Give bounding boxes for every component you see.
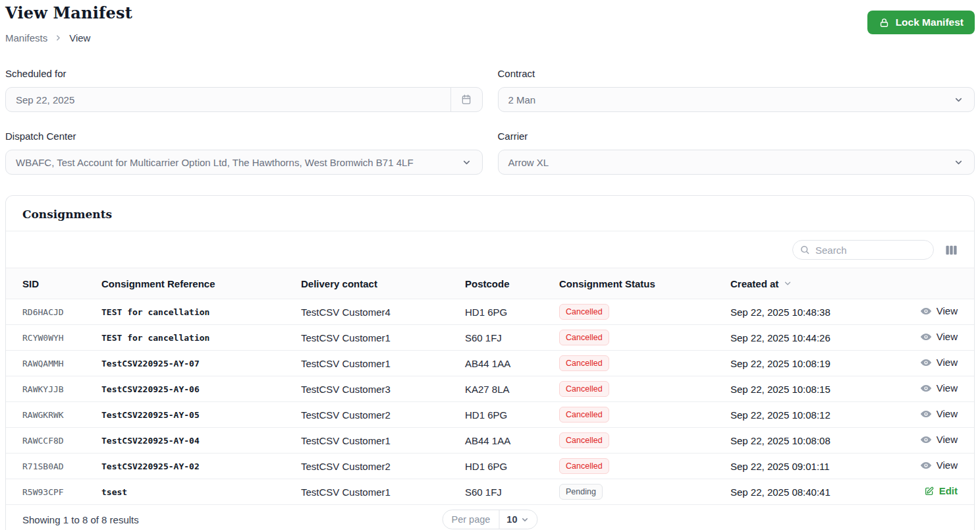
view-button[interactable]: View: [920, 408, 958, 420]
cell-consignment-reference: tsest: [101, 479, 301, 505]
edit-button[interactable]: Edit: [924, 485, 958, 496]
column-header-created-at[interactable]: Created at: [730, 268, 882, 299]
consignments-toolbar: [6, 231, 974, 268]
dispatch-center-label: Dispatch Center: [5, 131, 483, 142]
view-button[interactable]: View: [920, 305, 958, 317]
page-title: View Manifest: [5, 3, 132, 22]
columns-toggle-button[interactable]: [945, 244, 958, 256]
scheduled-for-label: Scheduled for: [5, 68, 483, 79]
table-header-row: SID Consignment Reference Delivery conta…: [6, 268, 974, 299]
eye-icon: [920, 434, 932, 446]
cell-postcode: HD1 6PG: [465, 402, 559, 428]
field-dispatch-center: Dispatch Center WBAFC, Test Account for …: [5, 131, 483, 175]
eye-icon: [920, 331, 932, 343]
table-row: RAWGKRWK TestCSV220925-AY-05 TestCSV Cus…: [6, 402, 974, 428]
table-row: RCYW0WYH TEST for cancellation TestCSV C…: [6, 325, 974, 351]
view-label: View: [937, 459, 958, 471]
column-header-actions: [882, 268, 974, 299]
eye-icon: [920, 305, 932, 317]
cell-postcode: AB44 1AA: [465, 351, 559, 376]
status-badge: Cancelled: [559, 458, 609, 474]
consignments-table: SID Consignment Reference Delivery conta…: [6, 268, 974, 505]
chevron-down-icon: [954, 158, 964, 167]
columns-icon: [945, 244, 958, 256]
cell-delivery-contact: TestCSV Customer4: [301, 299, 465, 325]
cell-actions: View: [882, 376, 974, 402]
status-badge: Pending: [559, 484, 603, 500]
field-carrier: Carrier Arrow XL: [498, 131, 975, 175]
cell-sid: R5W93CPF: [6, 479, 101, 505]
cell-postcode: S60 1FJ: [465, 479, 559, 505]
per-page-value: 10: [506, 514, 517, 525]
contract-label: Contract: [498, 68, 975, 79]
breadcrumb-item-manifests[interactable]: Manifests: [5, 32, 47, 44]
cell-created-at: Sep 22, 2025 10:48:38: [730, 299, 882, 325]
lock-manifest-button[interactable]: Lock Manifest: [867, 11, 975, 34]
cell-delivery-contact: TestCSV Customer1: [301, 351, 465, 376]
lock-manifest-label: Lock Manifest: [896, 16, 964, 28]
table-row: RAWKYJJB TestCSV220925-AY-06 TestCSV Cus…: [6, 376, 974, 402]
view-button[interactable]: View: [920, 434, 958, 446]
cell-consignment-status: Cancelled: [559, 299, 730, 325]
cell-actions: View: [882, 454, 974, 479]
cell-consignment-reference: TestCSV220925-AY-07: [101, 351, 301, 376]
cell-actions: View: [882, 299, 974, 325]
cell-actions: View: [882, 428, 974, 454]
cell-delivery-contact: TestCSV Customer3: [301, 376, 465, 402]
consignments-card-header: Consignments: [6, 196, 974, 231]
breadcrumb-item-view: View: [69, 32, 90, 44]
field-scheduled-for: Scheduled for Sep 22, 2025: [5, 68, 483, 112]
per-page-select[interactable]: 10: [499, 514, 537, 525]
cell-actions: Edit: [882, 479, 974, 505]
per-page-control[interactable]: Per page 10: [443, 510, 538, 529]
view-button[interactable]: View: [920, 357, 958, 368]
field-contract: Contract 2 Man: [498, 68, 975, 112]
eye-icon: [920, 357, 932, 368]
status-badge: Cancelled: [559, 381, 609, 397]
cell-postcode: AB44 1AA: [465, 428, 559, 454]
cell-actions: View: [882, 325, 974, 351]
calendar-button[interactable]: [450, 88, 482, 111]
table-row: R71SB0AD TestCSV220925-AY-02 TestCSV Cus…: [6, 454, 974, 479]
eye-icon: [920, 382, 932, 394]
search-input-wrapper[interactable]: [792, 240, 934, 260]
lock-icon: [879, 17, 890, 28]
cell-created-at: Sep 22, 2025 09:01:11: [730, 454, 882, 479]
consignments-title: Consignments: [22, 208, 958, 221]
cell-delivery-contact: TestCSV Customer2: [301, 402, 465, 428]
cell-sid: RAWCCF8D: [6, 428, 101, 454]
search-input[interactable]: [815, 245, 927, 256]
cell-created-at: Sep 22, 2025 10:08:19: [730, 351, 882, 376]
cell-sid: RAWKYJJB: [6, 376, 101, 402]
cell-created-at: Sep 22, 2025 10:08:08: [730, 428, 882, 454]
scheduled-for-input[interactable]: Sep 22, 2025: [5, 87, 483, 112]
eye-icon: [920, 408, 932, 420]
cell-consignment-reference: TestCSV220925-AY-05: [101, 402, 301, 428]
view-button[interactable]: View: [920, 382, 958, 394]
cell-delivery-contact: TestCSV Customer1: [301, 479, 465, 505]
cell-sid: RCYW0WYH: [6, 325, 101, 351]
view-button[interactable]: View: [920, 331, 958, 343]
carrier-select[interactable]: Arrow XL: [498, 150, 975, 175]
column-header-postcode: Postcode: [465, 268, 559, 299]
dispatch-center-select[interactable]: WBAFC, Test Account for Multicarrier Opt…: [5, 150, 483, 175]
status-badge: Cancelled: [559, 330, 609, 345]
cell-postcode: HD1 6PG: [465, 299, 559, 325]
manifest-form: Scheduled for Sep 22, 2025 Contract 2 Ma…: [5, 68, 975, 175]
cell-created-at: Sep 22, 2025 10:08:15: [730, 376, 882, 402]
column-header-consignment-reference: Consignment Reference: [101, 268, 301, 299]
table-row: R5W93CPF tsest TestCSV Customer1 S60 1FJ…: [6, 479, 974, 505]
cell-consignment-reference: TEST for cancellation: [101, 299, 301, 325]
page-header: View Manifest Manifests View Lock Manife…: [5, 0, 975, 44]
view-button[interactable]: View: [920, 459, 958, 471]
cell-postcode: S60 1FJ: [465, 325, 559, 351]
contract-select[interactable]: 2 Man: [498, 87, 975, 112]
cell-actions: View: [882, 402, 974, 428]
status-badge: Cancelled: [559, 355, 609, 371]
page: View Manifest Manifests View Lock Manife…: [0, 0, 980, 530]
consignments-table-body: RD6HACJD TEST for cancellation TestCSV C…: [6, 299, 974, 505]
cell-sid: RD6HACJD: [6, 299, 101, 325]
carrier-label: Carrier: [498, 131, 975, 142]
cell-sid: RAWGKRWK: [6, 402, 101, 428]
cell-consignment-reference: TestCSV220925-AY-02: [101, 454, 301, 479]
